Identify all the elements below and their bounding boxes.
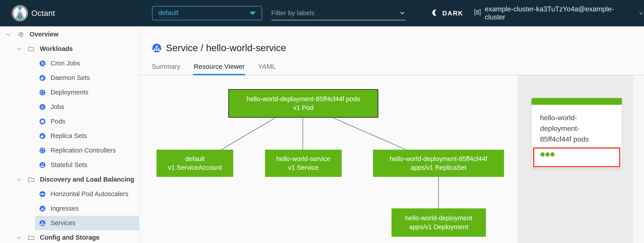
statefulset-icon	[39, 162, 46, 168]
graph-node-service[interactable]: hello-world-service v1 Service	[265, 150, 342, 177]
page-title: Service / hello-world-service	[166, 42, 286, 53]
pod-icon	[39, 118, 46, 125]
folder-icon	[28, 234, 34, 241]
resource-viewer-canvas[interactable]: hello-world-deployment-85ff4cf44f pods v…	[140, 75, 518, 243]
pod-ok-dot	[540, 152, 545, 157]
node-kind: v1 ServiceAccount	[168, 163, 222, 172]
graph-node-replicaset[interactable]: hello-world-deployment-85ff4cf44f apps/v…	[373, 150, 504, 177]
label-filter-placeholder: Filter by labels	[271, 9, 314, 17]
sidebar-item-label: Pods	[50, 118, 65, 125]
sidebar-item-config-and-storage[interactable]: Config and Storage	[0, 230, 139, 243]
card-title: hello-world-deployment-85ff4cf44f pods	[532, 105, 622, 145]
chevron-down-icon[interactable]	[16, 235, 23, 241]
context-label: example-cluster-ka3TuTzYo4a@example-clus…	[485, 5, 634, 21]
node-name: default	[185, 155, 204, 163]
octant-logo-icon	[11, 4, 28, 22]
deployment-icon	[39, 89, 46, 96]
node-kind: v1 Pod	[293, 103, 313, 112]
node-name: hello-world-deployment-85ff4cf44f	[390, 155, 487, 163]
chevron-down-icon	[638, 10, 644, 16]
sidebar-item-label: Overview	[30, 31, 58, 38]
namespace-selector[interactable]: default	[152, 6, 262, 20]
caret-down-icon	[250, 12, 256, 15]
app-title: Octant	[31, 0, 55, 26]
ingress-icon	[39, 206, 46, 212]
graph-edge	[222, 118, 275, 150]
label-filter-input[interactable]: Filter by labels	[271, 6, 406, 20]
node-name: hello-world-deployment-85ff4cf44f pods	[247, 95, 360, 103]
sidebar-item-jobs[interactable]: Jobs	[35, 100, 139, 114]
octant-app: { "topbar": { "app_name": "Octant", "nam…	[0, 0, 644, 243]
sidebar-item-label: Replication Controllers	[50, 147, 116, 154]
chevron-down-icon[interactable]	[399, 9, 406, 16]
pod-ok-dot	[550, 152, 554, 157]
node-name: hello-world-service	[276, 155, 330, 163]
tab-resource-viewer[interactable]: Resource Viewer	[193, 63, 245, 75]
node-detail-panel: hello-world-deployment-85ff4cf44f pods	[518, 75, 633, 243]
sidebar-item-label: Daemon Sets	[50, 74, 90, 81]
sidebar-item-cron-jobs[interactable]: Cron Jobs	[35, 56, 139, 71]
tab-bar: Summary Resource Viewer YAML	[151, 63, 276, 75]
chevron-down-icon[interactable]	[5, 31, 12, 37]
context-switcher[interactable]: example-cluster-ka3TuTzYo4a@example-clus…	[473, 0, 644, 26]
replicaset-icon	[39, 133, 46, 139]
sidebar-item-horizontal-pod-autoscalers[interactable]: Horizontal Pod Autoscalers	[35, 187, 139, 201]
service-icon	[39, 220, 46, 226]
sidebar-item-services[interactable]: Services	[35, 216, 139, 230]
sidebar-item-label: Ingresses	[50, 205, 79, 212]
folder-icon	[28, 45, 34, 52]
sidebar-item-workloads[interactable]: Workloads	[0, 41, 139, 56]
job-icon	[39, 104, 46, 110]
folder-icon	[28, 176, 34, 183]
sidebar-item-label: Stateful Sets	[50, 161, 87, 169]
pod-detail-card[interactable]: hello-world-deployment-85ff4cf44f pods	[532, 98, 622, 168]
sidebar-item-label: Workloads	[40, 45, 73, 52]
sidebar-item-discovery-and-load-balancing[interactable]: Discovery and Load Balancing	[0, 172, 139, 187]
sidebar-item-overview[interactable]: Overview	[0, 27, 139, 41]
objects-icon	[17, 31, 24, 38]
graph-node-serviceaccount[interactable]: default v1 ServiceAccount	[156, 150, 233, 177]
sidebar-item-label: Discovery and Load Balancing	[40, 176, 134, 183]
sidebar-item-ingresses[interactable]: Ingresses	[35, 201, 139, 216]
sidebar-item-pods[interactable]: Pods	[35, 114, 139, 129]
pod-status-box[interactable]	[533, 147, 620, 167]
replicationcontroller-icon	[39, 147, 46, 154]
hpa-icon	[39, 191, 46, 197]
namespace-value: default	[158, 9, 178, 18]
sidebar-item-label: Jobs	[50, 103, 64, 111]
top-navbar: Octant default Filter by labels DARK exa…	[0, 0, 644, 26]
sidebar-item-deployments[interactable]: Deployments	[35, 85, 139, 100]
graph-edge	[333, 118, 406, 150]
sidebar-item-replica-sets[interactable]: Replica Sets	[35, 129, 139, 143]
sidebar-item-label: Cron Jobs	[50, 60, 80, 67]
node-kind: apps/v1 ReplicaSet	[410, 163, 466, 172]
scrollbar-track[interactable]	[633, 75, 644, 243]
cronjob-icon	[39, 60, 46, 67]
pod-status-dots	[540, 152, 555, 157]
daemonset-icon	[39, 75, 46, 81]
node-kind: v1 Service	[288, 163, 318, 172]
cluster-icon	[473, 8, 482, 18]
sidebar-item-daemon-sets[interactable]: Daemon Sets	[35, 71, 139, 85]
sidebar-item-label: Replica Sets	[50, 132, 87, 140]
sidebar-item-stateful-sets[interactable]: Stateful Sets	[35, 158, 139, 172]
tab-yaml[interactable]: YAML	[258, 63, 276, 75]
sidebar-navigation: OverviewWorkloadsCron JobsDaemon SetsDep…	[0, 26, 139, 243]
theme-toggle-button[interactable]: DARK	[431, 0, 463, 26]
sidebar-item-label: Horizontal Pod Autoscalers	[50, 190, 128, 198]
card-status-bar	[532, 98, 622, 105]
sidebar-item-label: Services	[50, 219, 75, 227]
pod-ok-dot	[546, 152, 550, 157]
page-header: Service / hello-world-service	[152, 42, 286, 53]
graph-node-pod[interactable]: hello-world-deployment-85ff4cf44f pods v…	[228, 89, 378, 118]
graph-node-deployment[interactable]: hello-world-deployment apps/v1 Deploymen…	[392, 208, 486, 237]
moon-icon	[431, 9, 439, 18]
tab-summary[interactable]: Summary	[151, 63, 181, 75]
service-icon	[152, 43, 162, 53]
chevron-down-icon[interactable]	[16, 46, 23, 52]
sidebar-item-label: Deployments	[50, 89, 88, 96]
chevron-down-icon[interactable]	[16, 177, 23, 183]
theme-toggle-label: DARK	[442, 9, 463, 17]
node-kind: apps/v1 Deployment	[409, 223, 468, 231]
sidebar-item-replication-controllers[interactable]: Replication Controllers	[35, 143, 139, 158]
